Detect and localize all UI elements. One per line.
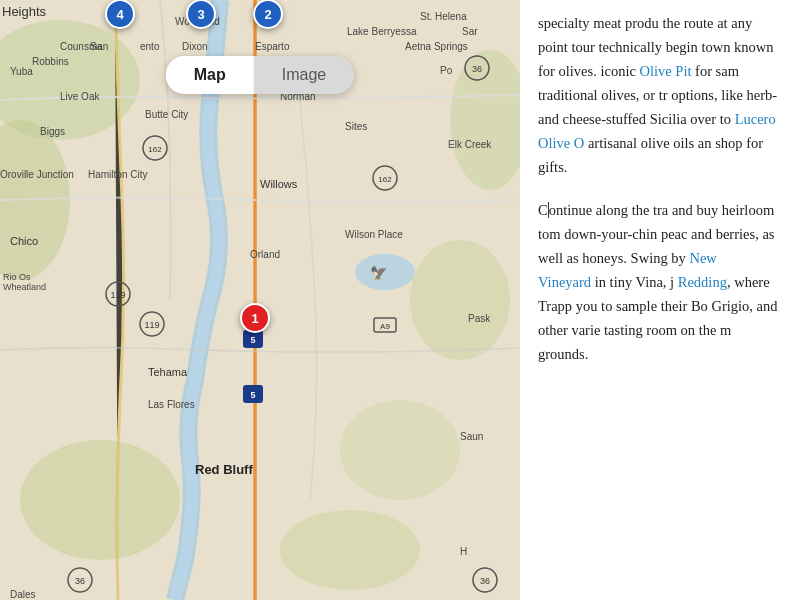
svg-text:Wheatland: Wheatland <box>3 282 46 292</box>
svg-text:36: 36 <box>472 64 482 74</box>
svg-text:Red Bluff: Red Bluff <box>195 462 253 477</box>
svg-text:Counsman: Counsman <box>60 41 108 52</box>
svg-text:5: 5 <box>250 390 255 400</box>
svg-text:Robbins: Robbins <box>32 56 69 67</box>
svg-text:119: 119 <box>110 290 125 300</box>
map-image-toggle: Map Image <box>166 56 354 94</box>
svg-text:Butte City: Butte City <box>145 109 188 120</box>
svg-text:St. Helena: St. Helena <box>420 11 467 22</box>
paragraph-2-text-before: C <box>538 202 548 218</box>
svg-text:Oroville Junction: Oroville Junction <box>0 169 74 180</box>
svg-point-6 <box>20 440 180 560</box>
svg-text:162: 162 <box>148 145 162 154</box>
svg-text:Live Oak: Live Oak <box>60 91 100 102</box>
map-panel: 5 5 119 119 36 36 A9 162 162 36 <box>0 0 520 600</box>
paragraph-2-text-body: ontinue along the tra and buy heirloom t… <box>538 202 774 266</box>
svg-text:Yuba: Yuba <box>10 66 33 77</box>
svg-text:Dixon: Dixon <box>182 41 208 52</box>
svg-text:119: 119 <box>144 320 159 330</box>
svg-point-4 <box>410 240 510 360</box>
svg-point-5 <box>340 400 460 500</box>
svg-text:Chico: Chico <box>10 235 38 247</box>
svg-text:Biggs: Biggs <box>40 126 65 137</box>
olive-pit-link[interactable]: Olive Pit <box>639 63 691 79</box>
image-toggle-button[interactable]: Image <box>254 56 354 94</box>
svg-text:H: H <box>460 546 467 557</box>
svg-text:Po: Po <box>440 65 453 76</box>
svg-text:Sites: Sites <box>345 121 367 132</box>
map-marker-1[interactable]: 1 <box>240 303 270 333</box>
svg-text:162: 162 <box>378 175 392 184</box>
svg-text:Saun: Saun <box>460 431 483 442</box>
svg-text:Esparto: Esparto <box>255 41 290 52</box>
svg-text:Orland: Orland <box>250 249 280 260</box>
article-text-panel: specialty meat produ the route at any po… <box>520 0 800 600</box>
svg-text:ento: ento <box>140 41 160 52</box>
map-marker-4[interactable]: 4 <box>105 0 135 29</box>
map-toggle-button[interactable]: Map <box>166 56 254 94</box>
map-marker-2[interactable]: 2 <box>253 0 283 29</box>
svg-text:Lake Berryessa: Lake Berryessa <box>347 26 417 37</box>
article-paragraph-1: specialty meat produ the route at any po… <box>538 12 782 179</box>
svg-text:Willows: Willows <box>260 178 298 190</box>
svg-text:36: 36 <box>75 576 85 586</box>
map-marker-3[interactable]: 3 <box>186 0 216 29</box>
paragraph-2-text-mid: in tiny Vina, j <box>591 274 678 290</box>
svg-text:Wilson Place: Wilson Place <box>345 229 403 240</box>
svg-text:Tehama: Tehama <box>148 366 188 378</box>
svg-text:Pask: Pask <box>468 313 491 324</box>
svg-text:Aetna Springs: Aetna Springs <box>405 41 468 52</box>
svg-text:Rio Os: Rio Os <box>3 272 31 282</box>
svg-text:36: 36 <box>480 576 490 586</box>
svg-text:Dales: Dales <box>10 589 36 600</box>
svg-text:Sar: Sar <box>462 26 478 37</box>
svg-text:🦅: 🦅 <box>370 265 388 282</box>
svg-text:Hamilton City: Hamilton City <box>88 169 147 180</box>
svg-text:Las Flores: Las Flores <box>148 399 195 410</box>
svg-point-7 <box>280 510 420 590</box>
redding-link[interactable]: Redding <box>678 274 727 290</box>
svg-text:5: 5 <box>250 335 255 345</box>
svg-text:Elk Creek: Elk Creek <box>448 139 492 150</box>
article-paragraph-2: Continue along the tra and buy heirloom … <box>538 199 782 366</box>
svg-text:A9: A9 <box>380 322 390 331</box>
